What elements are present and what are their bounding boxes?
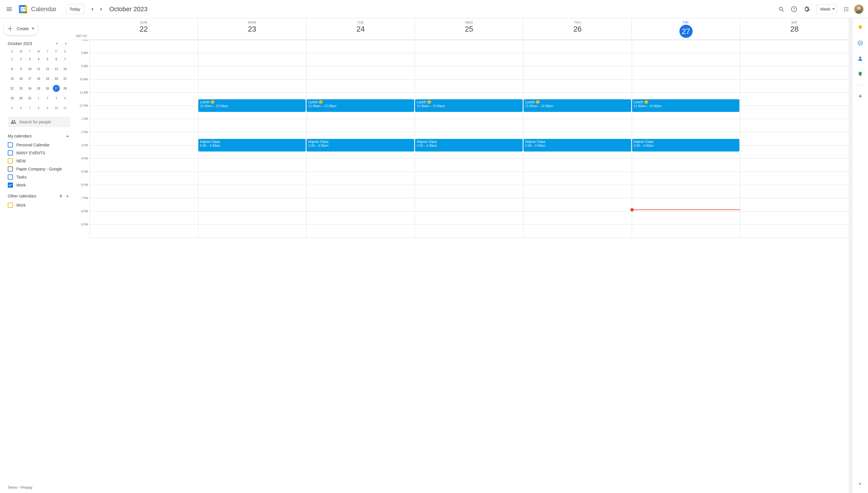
event[interactable]: Improv Class2:30 – 3:30pm: [306, 139, 414, 151]
view-switcher[interactable]: Week: [816, 4, 837, 14]
mini-prev-month[interactable]: [54, 40, 60, 47]
day-column[interactable]: Lunch 😴11:30am – 12:30pmImprov Class2:30…: [198, 40, 306, 238]
mini-day[interactable]: 11: [34, 64, 43, 74]
event[interactable]: Lunch 😴11:30am – 12:30pm: [415, 99, 523, 112]
my-calendars-toggle[interactable]: My calendars: [8, 132, 70, 140]
calendar-item[interactable]: Personal Calendar: [8, 141, 70, 149]
mini-day[interactable]: 6: [52, 54, 61, 64]
mini-day[interactable]: 10: [25, 64, 34, 74]
calendar-item[interactable]: NEW: [8, 157, 70, 165]
day-column[interactable]: [89, 40, 198, 238]
day-header[interactable]: SUN22: [89, 18, 198, 40]
day-column[interactable]: Lunch 😴11:30am – 12:30pmImprov Class2:30…: [415, 40, 523, 238]
mini-day[interactable]: 9: [43, 103, 52, 113]
privacy-link[interactable]: Privacy: [21, 486, 32, 490]
event[interactable]: Lunch 😴11:30am – 12:30pm: [524, 99, 631, 112]
calendar-checkbox[interactable]: [8, 174, 13, 180]
mini-day[interactable]: 5: [8, 103, 17, 113]
mini-day[interactable]: 17: [25, 74, 34, 84]
calendar-item[interactable]: Work: [8, 181, 70, 189]
mini-day[interactable]: 1: [34, 93, 43, 103]
search-icon[interactable]: [776, 3, 787, 15]
mini-day[interactable]: 3: [25, 54, 34, 64]
mini-day[interactable]: 6: [17, 103, 25, 113]
scrollbar[interactable]: [848, 18, 852, 493]
settings-icon[interactable]: [801, 3, 812, 15]
mini-day[interactable]: 20: [52, 74, 61, 84]
other-calendars-toggle[interactable]: Other calendars: [8, 192, 70, 200]
mini-day[interactable]: 24: [25, 84, 34, 93]
mini-day[interactable]: 5: [43, 54, 52, 64]
mini-day[interactable]: 26: [43, 84, 52, 93]
collapse-panel-icon[interactable]: [854, 478, 866, 490]
mini-day[interactable]: 8: [34, 103, 43, 113]
mini-day[interactable]: 16: [17, 74, 25, 84]
calendar-checkbox[interactable]: [8, 202, 13, 208]
calendar-checkbox[interactable]: [8, 167, 13, 172]
day-column[interactable]: [740, 40, 848, 238]
event[interactable]: Lunch 😴11:30am – 12:30pm: [198, 99, 306, 112]
day-header[interactable]: SAT28: [740, 18, 848, 40]
mini-day[interactable]: 2: [43, 93, 52, 103]
day-column[interactable]: Lunch 😴11:30am – 12:30pmImprov Class2:30…: [523, 40, 632, 238]
today-button[interactable]: Today: [66, 4, 84, 14]
mini-day[interactable]: 1: [8, 54, 17, 64]
mini-day[interactable]: 7: [61, 54, 69, 64]
day-header[interactable]: FRI27: [632, 18, 740, 40]
mini-day[interactable]: 9: [17, 64, 25, 74]
mini-day[interactable]: 12: [43, 64, 52, 74]
mini-day[interactable]: 18: [34, 74, 43, 84]
day-header[interactable]: TUE24: [306, 18, 415, 40]
mini-day[interactable]: 11: [61, 103, 69, 113]
maps-icon[interactable]: [854, 68, 866, 80]
day-column[interactable]: Lunch 😴11:30am – 12:30pmImprov Class2:30…: [306, 40, 415, 238]
avatar[interactable]: [854, 5, 863, 14]
day-column[interactable]: Lunch 😴11:30am – 12:30pmImprov Class2:30…: [632, 40, 740, 238]
mini-day[interactable]: 28: [61, 84, 69, 93]
next-week-button[interactable]: [97, 5, 106, 14]
mini-day[interactable]: 7: [25, 103, 34, 113]
calendar-checkbox[interactable]: [8, 142, 13, 148]
mini-day[interactable]: 30: [17, 93, 25, 103]
menu-icon[interactable]: [2, 2, 16, 16]
calendar-checkbox[interactable]: [8, 183, 13, 188]
add-calendar-icon[interactable]: [58, 193, 64, 199]
event[interactable]: Lunch 😴11:30am – 12:30pm: [632, 99, 740, 112]
mini-day[interactable]: 14: [61, 64, 69, 74]
mini-day[interactable]: 19: [43, 74, 52, 84]
mini-day[interactable]: 27: [52, 84, 61, 93]
contacts-icon[interactable]: [854, 53, 866, 64]
help-icon[interactable]: ?: [788, 3, 800, 15]
mini-day[interactable]: 8: [8, 64, 17, 74]
logo[interactable]: 27 Calendar: [16, 3, 59, 15]
event[interactable]: Lunch 😴11:30am – 12:30pm: [306, 99, 414, 112]
calendar-checkbox[interactable]: [8, 150, 13, 155]
mini-day[interactable]: 4: [61, 93, 69, 103]
calendar-item[interactable]: Work: [8, 201, 70, 209]
mini-day[interactable]: 23: [17, 84, 25, 93]
search-people[interactable]: [8, 117, 70, 127]
event[interactable]: Improv Class2:30 – 3:30pm: [524, 139, 631, 151]
terms-link[interactable]: Terms: [8, 486, 17, 490]
mini-day[interactable]: 2: [17, 54, 25, 64]
tasks-icon[interactable]: [854, 37, 866, 49]
calendar-checkbox[interactable]: [8, 158, 13, 164]
search-people-input[interactable]: [19, 120, 67, 124]
event[interactable]: Improv Class2:30 – 3:30pm: [198, 139, 306, 151]
mini-day[interactable]: 25: [34, 84, 43, 93]
day-header[interactable]: MON23: [198, 18, 306, 40]
event[interactable]: Improv Class2:30 – 3:30pm: [415, 139, 523, 151]
mini-day[interactable]: 10: [52, 103, 61, 113]
day-header[interactable]: THU26: [523, 18, 632, 40]
calendar-item[interactable]: Paper Company - Google: [8, 165, 70, 173]
mini-day[interactable]: 3: [52, 93, 61, 103]
mini-next-month[interactable]: [63, 40, 69, 47]
mini-day[interactable]: 31: [25, 93, 34, 103]
mini-day[interactable]: 22: [8, 84, 17, 93]
apps-icon[interactable]: [841, 3, 852, 15]
create-button[interactable]: Create: [3, 22, 39, 36]
keep-icon[interactable]: [854, 22, 866, 33]
mini-day[interactable]: 13: [52, 64, 61, 74]
calendar-item[interactable]: MANY EVENTS: [8, 149, 70, 157]
event[interactable]: Improv Class2:30 – 3:30pm: [632, 139, 740, 151]
